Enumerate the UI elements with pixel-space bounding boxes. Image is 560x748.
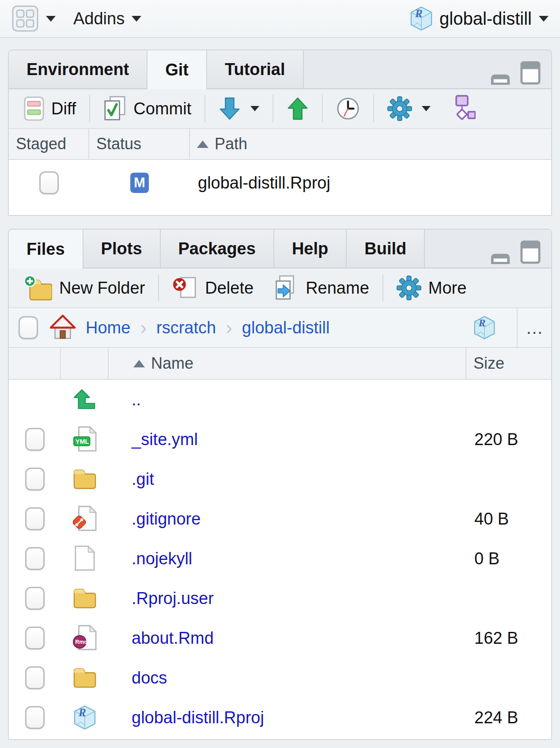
file-row[interactable]: .Rproj.user — [9, 578, 551, 618]
file-link[interactable]: .git — [132, 470, 154, 488]
maximize-pane-button[interactable] — [520, 240, 541, 264]
file-link[interactable]: global-distill.Rproj — [132, 708, 264, 727]
file-row[interactable]: about.Rmd 162 B — [9, 618, 551, 658]
rename-button[interactable]: Rename — [263, 275, 379, 301]
file-link[interactable]: about.Rmd — [132, 629, 214, 647]
home-icon[interactable] — [49, 314, 76, 341]
path-ellipsis-button[interactable]: … — [517, 308, 551, 347]
window-buttons — [489, 50, 551, 88]
git-pane-tabstrip: Environment Git Tutorial — [9, 50, 551, 89]
addins-button[interactable]: Addins — [56, 9, 141, 28]
push-button[interactable] — [277, 96, 318, 121]
git-more-button[interactable] — [378, 96, 440, 121]
files-table-header: Name Size — [9, 348, 551, 380]
rproject-cube-icon — [410, 6, 432, 31]
header-status[interactable]: Status — [89, 129, 190, 159]
file-checkbox[interactable] — [25, 666, 45, 689]
branch-graph-icon — [450, 95, 476, 122]
tab-build[interactable]: Build — [347, 230, 425, 268]
branch-button[interactable] — [440, 95, 485, 122]
file-link[interactable]: docs — [132, 669, 167, 687]
chevron-down-icon — [539, 16, 549, 22]
up-dir-icon — [73, 389, 96, 410]
rproj-file-icon — [74, 705, 96, 730]
file-row[interactable]: docs — [9, 658, 551, 698]
history-button[interactable] — [326, 97, 370, 121]
tab-tutorial[interactable]: Tutorial — [207, 50, 304, 88]
file-checkbox[interactable] — [25, 468, 45, 491]
breadcrumb-home[interactable]: Home — [86, 318, 130, 337]
files-pane: Files Plots Packages Help Build New Fold… — [8, 229, 552, 740]
delete-button[interactable]: Delete — [163, 275, 263, 301]
breadcrumb-chevron-icon: › — [140, 317, 147, 339]
staged-checkbox[interactable] — [39, 171, 59, 194]
project-selector[interactable]: global-distill — [410, 6, 549, 31]
git-pane: Environment Git Tutorial Diff Commit — [8, 49, 552, 216]
clock-icon — [336, 97, 360, 121]
file-row[interactable]: global-distill.Rproj 224 B — [9, 698, 551, 737]
git-file-row[interactable]: M global-distill.Rproj — [9, 160, 551, 206]
file-link[interactable]: _site.yml — [132, 430, 198, 449]
file-row-updir[interactable]: .. — [9, 380, 551, 419]
maximize-pane-button[interactable] — [520, 61, 541, 85]
pull-button[interactable] — [209, 96, 269, 121]
minimize-icon — [489, 72, 511, 85]
toolbar-separator — [373, 95, 374, 122]
rmd-file-icon — [73, 625, 97, 651]
window-buttons — [489, 230, 551, 268]
tab-plots[interactable]: Plots — [83, 230, 161, 268]
tab-files[interactable]: Files — [9, 230, 83, 268]
file-checkbox[interactable] — [25, 507, 45, 530]
git-file-path: global-distill.Rproj — [190, 174, 330, 192]
tab-environment[interactable]: Environment — [9, 50, 148, 88]
file-link[interactable]: .. — [132, 390, 141, 409]
files-toolbar: New Folder Delete Rename More — [9, 268, 551, 308]
file-row[interactable]: .git — [9, 459, 551, 499]
minimize-pane-button[interactable] — [489, 72, 511, 85]
pane-layout-grid-icon — [11, 5, 39, 32]
header-size[interactable]: Size — [466, 348, 551, 379]
header-name[interactable]: Name — [109, 348, 466, 379]
toolbar-separator — [322, 95, 323, 122]
file-row[interactable]: _site.yml 220 B — [9, 419, 551, 459]
file-row[interactable]: .gitignore 40 B — [9, 499, 551, 539]
modified-status-badge: M — [130, 173, 149, 193]
file-checkbox[interactable] — [25, 587, 45, 610]
file-link[interactable]: .nojekyll — [132, 549, 192, 568]
tab-packages[interactable]: Packages — [161, 230, 274, 268]
gear-icon — [387, 96, 412, 121]
commit-button[interactable]: Commit — [94, 96, 201, 121]
file-icon — [74, 545, 96, 572]
pane-layout-button[interactable] — [11, 5, 56, 32]
tab-git[interactable]: Git — [148, 50, 207, 89]
breadcrumb-global-distill[interactable]: global-distill — [242, 318, 330, 337]
files-more-button[interactable]: More — [387, 276, 477, 300]
tab-help[interactable]: Help — [274, 230, 347, 268]
file-checkbox[interactable] — [25, 428, 45, 451]
minimize-pane-button[interactable] — [489, 251, 511, 264]
toolbar-separator — [204, 95, 205, 122]
diff-button[interactable]: Diff — [14, 96, 86, 121]
select-all-checkbox[interactable] — [19, 316, 38, 339]
header-staged[interactable]: Staged — [9, 129, 89, 159]
new-folder-button[interactable]: New Folder — [14, 275, 155, 301]
file-checkbox[interactable] — [25, 547, 45, 570]
yml-file-icon — [73, 426, 97, 453]
file-row[interactable]: .nojekyll 0 B — [9, 539, 551, 578]
toolbar-separator — [89, 95, 90, 122]
breadcrumb-rscratch[interactable]: rscratch — [156, 318, 216, 337]
minimize-icon — [489, 251, 511, 264]
chevron-down-icon — [422, 106, 431, 111]
file-link[interactable]: .gitignore — [132, 510, 201, 528]
files-pane-tabstrip: Files Plots Packages Help Build — [9, 230, 551, 268]
project-name: global-distill — [439, 9, 532, 29]
delete-icon — [172, 275, 198, 301]
header-path[interactable]: Path — [190, 129, 551, 159]
folder-icon — [72, 666, 97, 689]
file-link[interactable]: .Rproj.user — [132, 589, 214, 608]
chevron-down-icon — [46, 16, 56, 22]
sort-asc-icon — [133, 360, 145, 367]
file-checkbox[interactable] — [25, 706, 45, 729]
new-folder-icon — [24, 275, 52, 301]
file-checkbox[interactable] — [25, 627, 45, 650]
